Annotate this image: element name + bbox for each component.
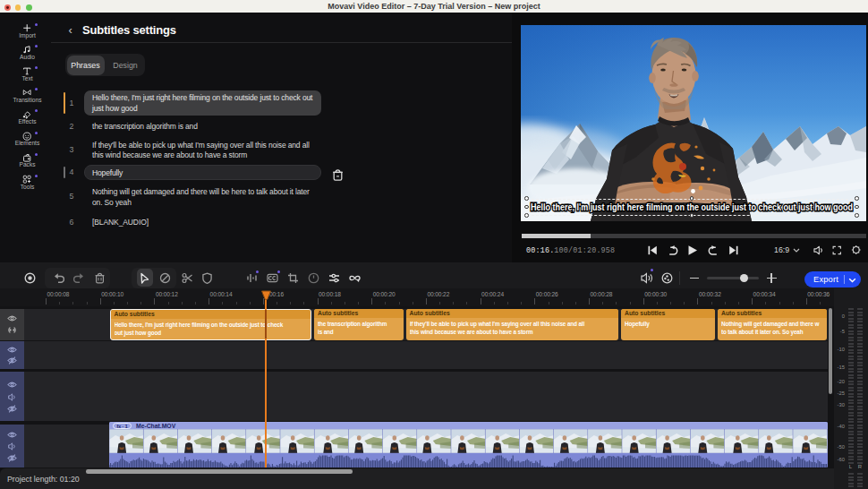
svg-text:Hello there, I'm just right he: Hello there, I'm just right here filming… <box>531 202 853 212</box>
